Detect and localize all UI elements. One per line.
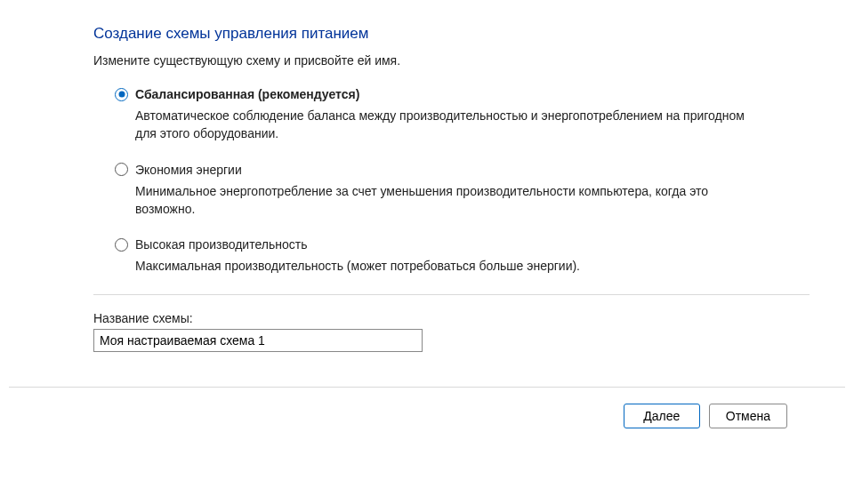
option-label: Сбалансированная (рекомендуется) bbox=[135, 87, 359, 101]
radio-icon[interactable] bbox=[115, 163, 128, 176]
power-plan-option-saver[interactable]: Экономия энергии Минимальное энергопотре… bbox=[115, 163, 810, 219]
footer-divider bbox=[9, 387, 845, 388]
divider bbox=[93, 294, 810, 295]
option-description: Автоматическое соблюдение баланса между … bbox=[135, 107, 758, 143]
option-label: Высокая производительность bbox=[135, 237, 307, 252]
plan-name-section: Название схемы: bbox=[93, 311, 810, 352]
power-plan-option-high-performance[interactable]: Высокая производительность Максимальная … bbox=[115, 237, 810, 275]
radio-icon[interactable] bbox=[115, 238, 128, 252]
option-label: Экономия энергии bbox=[135, 163, 242, 177]
option-description: Минимальное энергопотребление за счет ум… bbox=[135, 182, 758, 219]
radio-icon[interactable] bbox=[115, 88, 128, 101]
plan-name-label: Название схемы: bbox=[93, 311, 810, 325]
page-subtitle: Измените существующую схему и присвойте … bbox=[93, 53, 810, 68]
button-row: Далее Отмена bbox=[624, 404, 787, 428]
option-description: Максимальная производительность (может п… bbox=[135, 257, 758, 275]
power-plan-option-balanced[interactable]: Сбалансированная (рекомендуется) Автомат… bbox=[115, 87, 810, 143]
plan-name-input[interactable] bbox=[93, 329, 423, 352]
next-button[interactable]: Далее bbox=[624, 404, 700, 428]
cancel-button[interactable]: Отмена bbox=[709, 404, 787, 428]
page-title: Создание схемы управления питанием bbox=[93, 25, 810, 43]
